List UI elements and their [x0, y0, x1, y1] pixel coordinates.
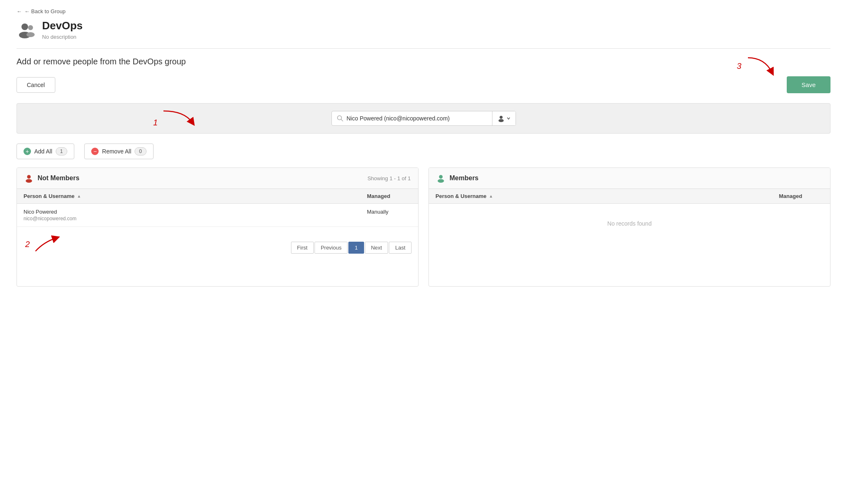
- annotation-2-number: 2: [25, 240, 30, 249]
- svg-point-2: [28, 25, 33, 30]
- col-managed-label: Managed: [367, 193, 390, 199]
- members-managed-col-header[interactable]: Managed: [772, 189, 830, 203]
- back-to-group-link[interactable]: ← ← Back to Group: [17, 8, 830, 14]
- search-box: [331, 111, 516, 126]
- add-all-count: 1: [56, 147, 68, 155]
- plus-icon: +: [24, 148, 31, 155]
- search-type-dropdown[interactable]: [492, 111, 516, 125]
- save-button[interactable]: Save: [787, 76, 830, 93]
- add-all-label: Add All: [34, 148, 52, 155]
- sort-icon: ▲: [77, 194, 81, 198]
- not-members-header: Not Members Showing 1 - 1 of 1: [17, 168, 418, 189]
- not-members-avatar-icon: [24, 174, 33, 183]
- not-members-person-col-header[interactable]: Person & Username ▲: [17, 189, 360, 203]
- back-arrow-icon: ←: [17, 8, 22, 14]
- user-type-icon: [497, 115, 505, 122]
- previous-page-button[interactable]: Previous: [315, 242, 348, 254]
- person-email: nico@nicopowered.com: [24, 216, 354, 221]
- not-members-table-header: Person & Username ▲ Managed: [17, 189, 418, 204]
- members-col-person-label: Person & Username: [435, 193, 487, 199]
- svg-point-8: [499, 116, 502, 119]
- no-records-message: No records found: [429, 204, 830, 243]
- not-members-showing: Showing 1 - 1 of 1: [367, 175, 411, 181]
- person-name: Nico Powered: [24, 209, 354, 215]
- action-bar: Cancel 3 Save: [17, 76, 830, 93]
- search-input[interactable]: [347, 115, 487, 122]
- next-page-button[interactable]: Next: [365, 242, 388, 254]
- svg-point-13: [439, 175, 443, 179]
- members-person-col-header[interactable]: Person & Username ▲: [429, 189, 772, 203]
- members-sort-icon: ▲: [489, 194, 493, 198]
- not-members-table-body: Nico Powered nico@nicopowered.com Manual…: [17, 204, 418, 237]
- svg-point-10: [27, 175, 31, 179]
- members-col-managed-label: Managed: [779, 193, 802, 199]
- dropdown-chevron-icon: [506, 116, 511, 120]
- table-row: Nico Powered nico@nicopowered.com Manual…: [17, 204, 418, 227]
- managed-value: Manually: [367, 209, 388, 215]
- annotation-1-arrow: [159, 107, 196, 127]
- annotation-2-arrow: [31, 234, 64, 254]
- members-header: Members: [429, 168, 830, 189]
- add-all-button[interactable]: + Add All 1: [17, 144, 74, 159]
- bulk-actions-bar: + Add All 1 − Remove All 0: [17, 144, 830, 159]
- header-divider: [17, 48, 830, 49]
- section-title: Add or remove people from the DevOps gro…: [17, 57, 830, 66]
- remove-all-label: Remove All: [102, 148, 131, 155]
- group-description: No description: [42, 34, 83, 40]
- not-members-title: Not Members: [38, 174, 363, 182]
- svg-point-11: [26, 179, 32, 183]
- members-avatar-icon: [436, 174, 445, 183]
- two-panel-layout: Not Members Showing 1 - 1 of 1 Person & …: [17, 167, 830, 287]
- first-page-button[interactable]: First: [291, 242, 314, 254]
- search-input-wrapper: [332, 112, 492, 125]
- members-table-body: No records found: [429, 204, 830, 286]
- col-person-label: Person & Username: [24, 193, 75, 199]
- search-panel: 1: [17, 103, 830, 134]
- svg-point-0: [21, 24, 28, 30]
- search-icon: [337, 115, 343, 122]
- not-members-managed-col-header[interactable]: Managed: [360, 189, 418, 203]
- remove-all-count: 0: [135, 147, 147, 155]
- pagination: 2 First Previous 1 Next Last: [17, 237, 418, 259]
- svg-point-9: [498, 119, 504, 122]
- last-page-button[interactable]: Last: [389, 242, 412, 254]
- members-table-header: Person & Username ▲ Managed: [429, 189, 830, 204]
- not-members-panel: Not Members Showing 1 - 1 of 1 Person & …: [17, 167, 419, 287]
- minus-icon: −: [91, 148, 99, 155]
- group-avatar-icon: [17, 20, 36, 40]
- page-1-button[interactable]: 1: [348, 242, 364, 254]
- annotation-1-number: 1: [153, 118, 158, 127]
- remove-all-button[interactable]: − Remove All 0: [84, 144, 154, 159]
- cancel-button[interactable]: Cancel: [17, 77, 55, 93]
- members-panel: Members Person & Username ▲ Managed No r…: [428, 167, 830, 287]
- person-cell: Nico Powered nico@nicopowered.com: [17, 204, 360, 226]
- svg-point-3: [26, 32, 35, 37]
- group-name: DevOps: [42, 19, 83, 32]
- svg-line-7: [341, 120, 343, 121]
- svg-point-14: [438, 179, 444, 183]
- group-header: DevOps No description: [17, 19, 830, 40]
- managed-cell: Manually: [360, 204, 418, 226]
- back-link-text: ← Back to Group: [24, 8, 66, 14]
- members-title: Members: [450, 174, 823, 182]
